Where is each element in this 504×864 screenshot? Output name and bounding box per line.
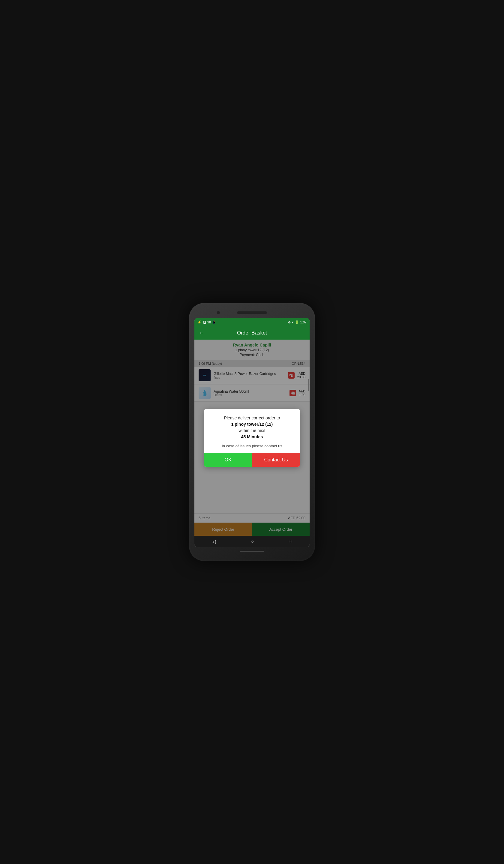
nav-bar: ◁ ○ □ [194,536,310,547]
status-icon-alarm: ⊘ [288,320,291,324]
modal-body: Please deliver correct order to 1 pinoy … [204,409,300,453]
status-icon-phone: 📱 [212,320,216,324]
modal-buttons: OK Contact Us [204,453,300,467]
app-header: ← Order Basket [194,326,310,339]
back-button[interactable]: ← [199,330,204,336]
phone-speaker [237,311,267,314]
status-icon-battery: 🔋 [295,320,299,324]
home-indicator [240,551,264,552]
modal-line4: 45 Minutes [209,434,295,440]
status-bar: ⚡ 🖼 98 📱 ⊘ ▾ 🔋 1:07 [194,318,310,326]
phone-camera [217,311,220,314]
modal-contact-text: In case of issues please contact us [209,444,295,448]
nav-recent-icon[interactable]: □ [289,539,292,544]
phone-screen: ⚡ 🖼 98 📱 ⊘ ▾ 🔋 1:07 ← Order Basket Ryan … [194,318,310,547]
modal-overlay: Please deliver correct order to 1 pinoy … [194,339,310,536]
status-battery-percent: 98 [207,320,211,324]
status-right: ⊘ ▾ 🔋 1:07 [288,320,307,324]
phone-bottom [194,547,310,555]
modal-line3: within the next [209,428,295,434]
phone-top-bar [194,309,310,317]
modal-dialog: Please deliver correct order to 1 pinoy … [204,409,300,467]
status-icon-wifi: ▾ [292,320,294,324]
status-time: 1:07 [300,320,307,324]
status-icon-image: 🖼 [203,320,206,324]
status-left: ⚡ 🖼 98 📱 [197,320,216,324]
page-title: Order Basket [237,330,267,336]
phone-device: ⚡ 🖼 98 📱 ⊘ ▾ 🔋 1:07 ← Order Basket Ryan … [189,303,315,561]
modal-ok-button[interactable]: OK [204,453,252,467]
content-area: Ryan Angelo Capili 1 pinoy tower/12 (12)… [194,339,310,536]
nav-back-icon[interactable]: ◁ [212,539,216,544]
nav-home-icon[interactable]: ○ [251,539,254,544]
status-icon-flash: ⚡ [197,320,202,324]
modal-line1: Please deliver correct order to [209,415,295,421]
modal-contact-button[interactable]: Contact Us [252,453,300,467]
modal-line2: 1 pinoy tower/12 (12) [209,421,295,428]
